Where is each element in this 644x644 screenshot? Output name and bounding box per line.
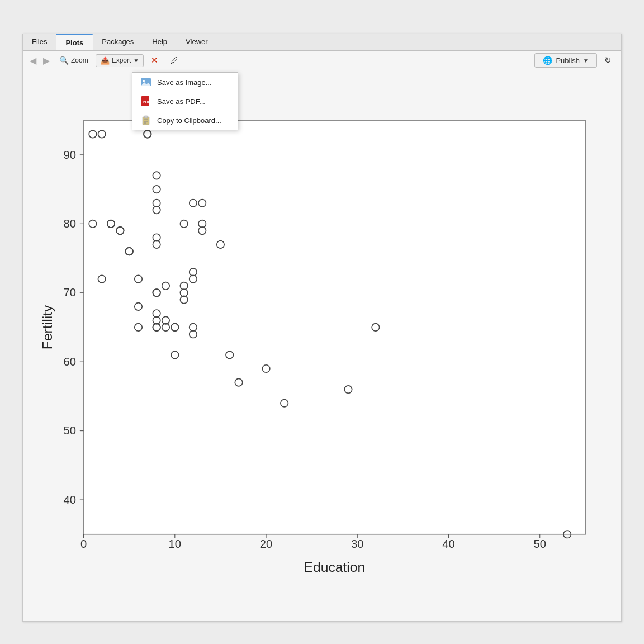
- copy-to-clipboard-item[interactable]: Copy to Clipboard...: [132, 111, 238, 130]
- svg-text:Education: Education: [304, 560, 366, 575]
- svg-rect-6: [144, 116, 148, 118]
- export-chevron-icon: ▼: [133, 58, 139, 64]
- publish-chevron-icon: ▼: [583, 58, 589, 64]
- chart-container: 01020304050405060708090EducationFertilit…: [23, 70, 621, 621]
- svg-text:30: 30: [351, 538, 363, 550]
- svg-text:70: 70: [64, 286, 76, 299]
- image-icon: [140, 77, 151, 88]
- save-as-pdf-item[interactable]: PDF Save as PDF...: [132, 92, 238, 111]
- export-dropdown-menu: Save as Image... PDF Save as PDF...: [132, 72, 238, 130]
- svg-text:90: 90: [64, 149, 76, 161]
- export-icon: 📤: [101, 56, 110, 65]
- clipboard-icon: [140, 115, 151, 126]
- svg-text:0: 0: [80, 538, 87, 550]
- broom-button[interactable]: 🖊: [165, 54, 183, 67]
- clear-button[interactable]: ✕: [146, 53, 163, 68]
- svg-point-1: [143, 80, 145, 82]
- forward-arrow[interactable]: ▶: [41, 54, 52, 67]
- publish-button[interactable]: 🌐 Publish ▼: [534, 53, 597, 68]
- refresh-icon: ↻: [604, 55, 612, 65]
- zoom-button[interactable]: 🔍 Zoom: [54, 54, 93, 67]
- publish-label: Publish: [556, 56, 580, 65]
- save-as-image-label: Save as Image...: [157, 78, 212, 87]
- svg-rect-10: [84, 120, 586, 534]
- app-container: Files Plots Packages Help Viewer ◀ ▶ 🔍 Z…: [0, 0, 644, 644]
- tab-viewer[interactable]: Viewer: [177, 34, 217, 50]
- refresh-button[interactable]: ↻: [599, 53, 617, 68]
- svg-text:10: 10: [169, 538, 181, 550]
- tab-packages[interactable]: Packages: [93, 34, 143, 50]
- tab-help[interactable]: Help: [143, 34, 177, 50]
- svg-text:80: 80: [64, 217, 76, 230]
- pdf-icon: PDF: [140, 96, 151, 107]
- save-as-image-item[interactable]: Save as Image...: [132, 73, 238, 92]
- tab-plots[interactable]: Plots: [56, 34, 93, 50]
- publish-icon: 🌐: [543, 56, 552, 65]
- svg-text:50: 50: [533, 538, 546, 550]
- export-button[interactable]: 📤 Export ▼: [96, 54, 144, 67]
- svg-text:20: 20: [260, 538, 272, 550]
- copy-to-clipboard-label: Copy to Clipboard...: [157, 116, 221, 125]
- svg-text:40: 40: [64, 494, 76, 506]
- scatter-plot: 01020304050405060708090EducationFertilit…: [40, 82, 604, 604]
- zoom-label: Zoom: [71, 56, 88, 64]
- toolbar: ◀ ▶ 🔍 Zoom 📤 Export ▼ ✕ 🖊: [23, 51, 621, 70]
- svg-text:50: 50: [64, 424, 76, 437]
- zoom-icon: 🔍: [59, 56, 69, 65]
- tab-bar: Files Plots Packages Help Viewer: [23, 34, 621, 51]
- close-icon: ✕: [151, 55, 158, 65]
- back-arrow[interactable]: ◀: [27, 54, 39, 67]
- svg-text:60: 60: [64, 356, 76, 368]
- export-label: Export: [112, 56, 131, 64]
- svg-text:Fertility: Fertility: [40, 305, 55, 349]
- broom-icon: 🖊: [171, 56, 178, 65]
- svg-text:40: 40: [442, 538, 454, 550]
- tab-files[interactable]: Files: [23, 34, 56, 50]
- panel: Files Plots Packages Help Viewer ◀ ▶ 🔍 Z…: [22, 34, 622, 622]
- svg-text:PDF: PDF: [143, 100, 151, 104]
- save-as-pdf-label: Save as PDF...: [157, 97, 205, 106]
